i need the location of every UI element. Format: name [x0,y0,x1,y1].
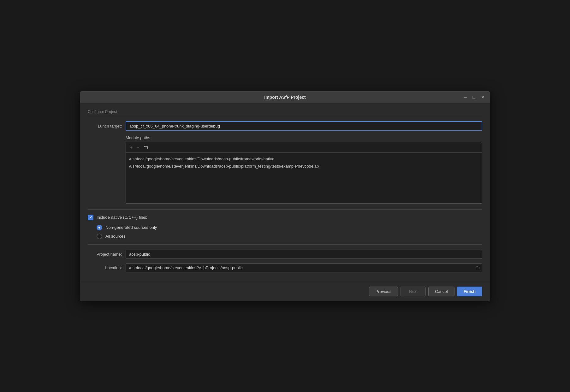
maximize-button[interactable]: □ [472,94,477,100]
browse-folder-icon: 🗀 [475,265,480,270]
location-browse-button[interactable]: 🗀 [475,264,480,271]
maximize-icon: □ [473,95,475,100]
include-native-row: ✓ Include native (C/C++) files: [88,215,482,220]
location-label: Location: [88,265,126,270]
browse-path-button[interactable]: 🗀 [142,144,150,151]
radio-all-sources[interactable] [97,234,102,239]
title-bar: Import ASfP Project ─ □ ✕ [80,92,490,103]
section-label: Configure Project [88,110,482,116]
list-item: /usr/local/google/home/stevenjenkins/Dow… [129,163,479,170]
module-paths-list: /usr/local/google/home/stevenjenkins/Dow… [126,153,482,203]
location-input-wrapper: 🗀 [126,263,482,272]
module-paths-container: + − 🗀 /usr/local/google/home/stevenjenki… [126,142,482,204]
lunch-target-input[interactable] [126,121,482,131]
radio-non-generated-label: Non-generated sources only [105,225,157,230]
radio-options: Non-generated sources only All sources [97,225,482,239]
remove-icon: − [136,145,139,150]
project-name-label: Project name: [88,252,126,257]
dialog-body: Configure Project Lunch target: Module p… [80,103,490,282]
include-native-checkbox[interactable]: ✓ [88,215,93,220]
finish-button[interactable]: Finish [457,287,482,296]
divider-2 [88,244,482,245]
minimize-icon: ─ [464,95,467,100]
radio-non-generated-row: Non-generated sources only [97,225,482,230]
lunch-target-row: Lunch target: [88,121,482,131]
module-paths-section: Module paths: + − 🗀 /usr/local/google/ho… [88,135,482,204]
minimize-button[interactable]: ─ [463,94,468,100]
divider [88,209,482,210]
remove-path-button[interactable]: − [135,144,140,151]
cancel-button[interactable]: Cancel [428,287,454,296]
module-paths-label: Module paths: [126,135,482,140]
next-button[interactable]: Next [401,287,426,296]
dialog-footer: Previous Next Cancel Finish [80,282,490,301]
location-input[interactable] [126,263,482,272]
radio-non-generated[interactable] [97,225,102,230]
radio-all-sources-row: All sources [97,234,482,239]
location-row: Location: 🗀 [88,263,482,272]
add-path-button[interactable]: + [128,144,134,151]
module-paths-toolbar: + − 🗀 [126,142,482,153]
close-button[interactable]: ✕ [480,94,486,100]
previous-button[interactable]: Previous [369,287,398,296]
import-dialog: Import ASfP Project ─ □ ✕ Configure Proj… [80,91,490,301]
lunch-target-label: Lunch target: [88,124,126,128]
window-controls: ─ □ ✕ [463,94,486,100]
add-icon: + [130,145,133,150]
dialog-title: Import ASfP Project [264,95,306,100]
radio-all-sources-label: All sources [105,234,126,239]
close-icon: ✕ [481,95,485,100]
check-icon: ✓ [89,215,92,220]
project-name-input[interactable] [126,250,482,259]
project-name-row: Project name: [88,250,482,259]
folder-icon: 🗀 [143,145,148,150]
include-native-label: Include native (C/C++) files: [97,215,147,220]
list-item: /usr/local/google/home/stevenjenkins/Dow… [129,155,479,163]
